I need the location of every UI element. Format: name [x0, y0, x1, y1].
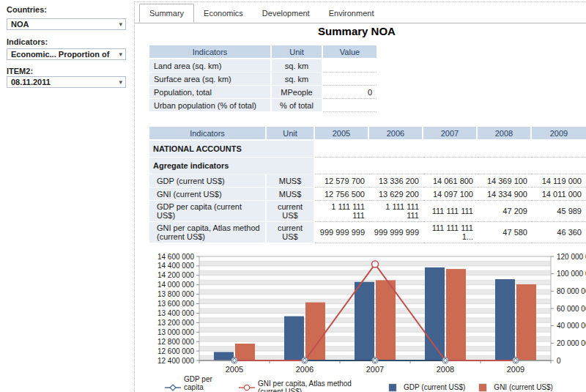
sidebar: Countries:NOA▾Indicators:Economic... Pro…	[0, 0, 134, 392]
value-cell	[478, 158, 532, 174]
chevron-down-icon: ▾	[119, 21, 122, 29]
bar-gni-2007[interactable]	[376, 280, 396, 360]
value-cell: 47 580	[478, 222, 532, 243]
value-cell: 14 061 800	[423, 174, 478, 188]
value-cell: 47 209	[478, 201, 532, 222]
x-axis-label: 2008	[437, 365, 454, 374]
indicator-cell: GNI (current US$)	[149, 188, 267, 201]
table-row: NATIONAL ACCOUNTS	[149, 141, 586, 158]
y-axis-left-label: 12 600 000	[157, 347, 194, 355]
bar-gni-2008[interactable]	[446, 269, 466, 360]
value-cell: 46 360	[532, 222, 586, 243]
tab-environment[interactable]: Environment	[319, 4, 384, 22]
value-cell: 12 756 500	[315, 188, 369, 201]
value-cell: 12 579 700	[315, 174, 369, 188]
x-axis-label: 2005	[226, 365, 243, 374]
y-axis-right-label: 40 000 000	[557, 322, 586, 330]
chevron-down-icon: ▾	[119, 51, 122, 59]
item2-select[interactable]: 08.11.2011▾	[7, 76, 126, 88]
chart-legend: GDP per capita (current US$)GNI per capi…	[135, 375, 583, 392]
column-header: Unit	[272, 45, 323, 59]
table-header-row: IndicatorsUnitValue	[149, 45, 377, 59]
legend-label: GDP per capita (current US$)	[184, 375, 229, 392]
legend-item: GNI per capita, Atlas method (current US…	[239, 380, 375, 392]
bar-gdp-2006[interactable]	[284, 317, 304, 360]
countries-select-value: NOA	[11, 20, 112, 29]
column-header: 2009	[532, 127, 586, 141]
y-axis-left-label: 12 400 000	[157, 357, 194, 365]
table-header-row: IndicatorsUnit20052006200720082009	[149, 127, 586, 141]
value-cell: 14 097 100	[423, 188, 478, 201]
unit-cell: MUS$	[267, 188, 315, 201]
value-cell: 14 369 100	[478, 174, 532, 188]
bar-gni-2009[interactable]	[516, 284, 536, 360]
y-axis-left-label: 14 400 000	[157, 262, 194, 270]
unit-cell: current US$	[267, 222, 315, 243]
unit-cell: % of total	[272, 99, 323, 112]
indicator-cell: GDP (current US$)	[149, 174, 267, 188]
tab-summary[interactable]: Summary	[139, 4, 194, 23]
column-header: 2006	[369, 127, 423, 141]
column-header: Unit	[267, 127, 315, 141]
value-cell	[323, 99, 377, 112]
indicators-select[interactable]: Economic... Proportion of seat... (1374)…	[7, 48, 126, 60]
column-header: Value	[323, 45, 377, 59]
app-window: { "sidebar": { "fields": [ {"name": "cou…	[0, 0, 586, 392]
x-axis-label: 2007	[366, 365, 384, 374]
value-cell: 999 999 999	[369, 222, 423, 243]
section-cell: NATIONAL ACCOUNTS	[149, 141, 315, 158]
bar-gni-2005[interactable]	[235, 344, 255, 360]
line-diamond-icon	[165, 383, 181, 392]
column-header: 2008	[478, 127, 532, 141]
tab-economics[interactable]: Economics	[194, 4, 253, 22]
item2-select-label: ITEM2:	[7, 67, 33, 75]
y-axis-left-label: 14 200 000	[157, 271, 194, 279]
legend-label: GNI (current US$)	[494, 383, 553, 391]
value-cell: 45 989	[532, 201, 586, 222]
accounts-table: IndicatorsUnit20052006200720082009NATION…	[149, 127, 586, 243]
indicator-cell: GNI per capita, Atlas method (current US…	[149, 222, 267, 243]
value-cell	[323, 73, 377, 86]
column-header: Indicators	[149, 45, 272, 59]
tab-development[interactable]: Development	[253, 4, 319, 22]
table-row: Population, totalMPeople0	[149, 86, 377, 99]
y-axis-right-label: 120 000 000	[557, 253, 586, 261]
summary-table: IndicatorsUnitValueLand area (sq. km)sq.…	[149, 45, 377, 112]
square-icon	[475, 383, 491, 392]
section-cell: Agregate indicators	[149, 158, 315, 174]
countries-select[interactable]: NOA▾	[7, 18, 126, 30]
bar-gni-2006[interactable]	[305, 303, 325, 360]
value-cell	[315, 158, 369, 174]
bar-gdp-2007[interactable]	[355, 282, 374, 360]
table-row: GDP (current US$)MUS$12 579 70013 336 20…	[149, 174, 586, 188]
indicator-cell: GDP per capita (current US$)	[149, 201, 267, 222]
indicator-cell: Urban population (% of total)	[149, 99, 272, 112]
y-axis-right-label: 80 000 000	[557, 287, 586, 295]
column-header: 2005	[315, 127, 369, 141]
legend-item: GNI (current US$)	[475, 383, 553, 392]
column-header: Indicators	[149, 127, 267, 141]
y-axis-right-label: 60 000 000	[557, 305, 586, 313]
legend-label: GDP (current US$)	[404, 383, 465, 391]
y-axis-left-label: 13 200 000	[157, 319, 194, 327]
value-cell: 14 011 000	[532, 188, 586, 201]
y-axis-left-label: 14 600 000	[157, 253, 194, 261]
value-cell	[369, 158, 423, 174]
legend-item: GDP per capita (current US$)	[165, 375, 229, 392]
legend-item: GDP (current US$)	[385, 383, 465, 392]
unit-cell: sq. km	[272, 73, 323, 86]
item2-select-value: 08.11.2011	[11, 78, 112, 87]
table-row: GDP per capita (current US$)current US$1…	[149, 201, 586, 222]
line-peak-marker[interactable]	[372, 261, 379, 267]
bar-gdp-2005[interactable]	[214, 352, 234, 360]
indicators-select-label: Indicators:	[7, 37, 48, 46]
unit-cell: sq. km	[272, 59, 323, 73]
y-axis-right-label: 0	[557, 357, 561, 365]
value-cell	[315, 141, 369, 158]
square-icon	[385, 383, 401, 392]
value-cell: 14 119 000	[532, 174, 586, 188]
value-cell: 999 999 999	[315, 222, 369, 243]
tab-bar: SummaryEconomicsDevelopmentEnvironment	[135, 4, 586, 23]
value-cell	[423, 141, 478, 158]
bar-gdp-2009[interactable]	[495, 279, 515, 360]
